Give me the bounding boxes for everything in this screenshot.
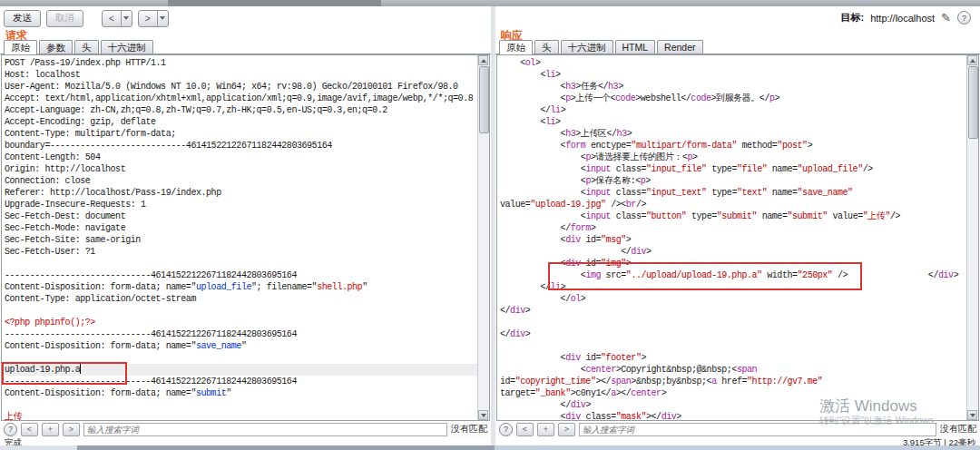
search-match-count: 没有匹配 [940,423,976,435]
request-scrollbar[interactable] [477,55,489,420]
tab-right-HTML[interactable]: HTML [615,40,656,54]
code-line: </ol> [500,293,967,305]
request-editor[interactable]: POST /Pass-19/index.php HTTP/1.1Host: lo… [1,54,490,421]
burp-repeater-window: 发送 取消 < > 请求 原始参数头十六进制 POST /Pass-19/ind… [0,0,980,450]
code-line: <p>请选择要上传的图片：<p> [500,152,967,163]
text-cursor [80,364,81,374]
code-line: <p>保存名称:<p> [500,175,967,187]
code-line: Content-Disposition: form-data; name="sa… [5,340,478,352]
code-line: <center>Copyright&nbsp;@&nbsp;<span [500,364,967,376]
top-strip-segment [168,0,381,6]
code-line: </div> [500,399,967,411]
scrollbar-thumb[interactable] [968,66,978,139]
code-line: Referer: http://localhost/Pass-19/index.… [5,187,478,199]
code-line: <img src="../upload/upload-19.php.a" wid… [500,269,967,281]
window-bottom-strip [0,445,980,450]
response-status-row: 3,915字节 | 22毫秒 [495,437,980,445]
code-line [5,399,478,411]
code-line: Content-Disposition: form-data; name="su… [5,387,478,399]
code-line: User-Agent: Mozilla/5.0 (Windows NT 10.0… [5,81,478,93]
code-line: <div id="footer"> [500,352,967,364]
history-forward-button[interactable]: > [138,10,169,27]
code-line: </div> [500,328,967,340]
forward-dropdown-icon[interactable] [157,11,168,26]
target-help-icon[interactable]: ? [957,11,971,24]
code-line: Accept: text/html,application/xhtml+xml,… [5,93,478,104]
code-line: -----------------------------46141522122… [5,376,478,387]
tab-right-头[interactable]: 头 [534,40,559,54]
request-raw-text: POST /Pass-19/index.php HTTP/1.1Host: lo… [2,55,478,421]
response-scrollbar[interactable] [966,55,978,420]
code-line: Accept-Language: zh-CN,zh;q=0.8,zh-TW;q=… [5,104,478,116]
forward-arrow-label: > [139,11,157,26]
code-line: <li> [500,69,967,81]
tab-right-十六进制[interactable]: 十六进制 [561,40,613,54]
code-line: Sec-Fetch-User: ?1 [5,246,478,258]
scroll-up-icon[interactable] [967,55,977,65]
repeater-toolbar: 发送 取消 < > [4,10,169,26]
code-line: Upgrade-Insecure-Requests: 1 [5,199,478,210]
search-options-button[interactable]: + [42,423,59,436]
search-help-icon[interactable]: ? [499,423,513,436]
search-input[interactable] [83,423,447,436]
search-next-button[interactable]: > [63,423,80,436]
scroll-down-icon[interactable] [478,410,488,420]
code-line: </li> [500,281,967,293]
code-line: <div id="img"> [500,258,967,269]
code-line: upload-19.php.a [5,364,478,376]
search-next-button[interactable]: > [558,423,575,436]
code-line [5,305,478,317]
tab-left-头[interactable]: 头 [74,40,99,54]
search-prev-button[interactable]: < [21,423,38,436]
target-value: http://localhost [870,13,935,24]
tab-right-原始[interactable]: 原始 [499,40,533,54]
scroll-down-icon[interactable] [967,410,977,420]
code-line: target="_bank">c0ny1</a></center> [500,387,967,399]
code-line [500,317,967,328]
bottom-strip-scrollbar[interactable] [77,445,495,450]
search-help-icon[interactable]: ? [4,423,17,436]
code-line: Sec-Fetch-Site: same-origin [5,234,478,246]
code-line: Connection: close [5,175,478,187]
code-line: <input class="input_text" type="text" na… [500,187,967,199]
tab-left-参数[interactable]: 参数 [39,40,73,54]
response-search-bar: ? < + > 没有匹配 [495,421,980,437]
tab-left-原始[interactable]: 原始 [4,40,37,54]
code-line: 上传 [5,411,478,421]
code-line: Content-Type: multipart/form-data; [5,128,478,140]
cancel-button[interactable]: 取消 [46,10,83,27]
back-arrow-label: < [103,11,121,26]
code-line: id="copyright_time"></span>&nbsp;by&nbsp… [500,376,967,387]
search-options-button[interactable]: + [537,423,554,436]
request-search-bar: ? < + > 没有匹配 [0,421,491,437]
search-input[interactable] [579,423,936,436]
code-line: POST /Pass-19/index.php HTTP/1.1 [5,57,478,69]
code-line: <p>上传一个<code>webshell</code>到服务器。</p> [500,93,967,104]
window-top-strip [0,0,980,6]
scrollbar-thumb[interactable] [479,66,489,133]
code-line: <li> [500,116,967,128]
history-back-button[interactable]: < [102,10,132,27]
edit-target-icon[interactable]: ✎ [941,11,951,24]
code-line: <h3>上传区</h3> [500,128,967,140]
tab-right-Render[interactable]: Render [657,40,702,54]
code-line: <?php phpinfo();?> [5,317,478,328]
code-line: value="upload-19.jpg" /><br/> [500,199,967,210]
target-label: 目标: [840,11,864,24]
response-viewer[interactable]: <ol> <li> <h3>任务</h3> <p>上传一个<code>websh… [496,54,979,421]
response-tabs: 原始头十六进制HTMLRender [495,40,980,54]
back-dropdown-icon[interactable] [121,11,132,26]
code-line: </form> [500,222,967,234]
code-line: Content-Disposition: form-data; name="up… [5,281,478,293]
code-line [5,352,478,364]
send-button[interactable]: 发送 [4,10,41,27]
code-line [500,340,967,352]
response-raw-text: <ol> <li> <h3>任务</h3> <p>上传一个<code>websh… [497,55,967,421]
request-tabs: 原始参数头十六进制 [0,40,491,54]
search-prev-button[interactable]: < [516,423,534,436]
code-line: Accept-Encoding: gzip, deflate [5,116,478,128]
scroll-up-icon[interactable] [478,55,488,65]
code-line: Content-Length: 504 [5,152,478,163]
code-line: <div class="mask"></div> [500,411,967,421]
tab-left-十六进制[interactable]: 十六进制 [101,40,153,54]
